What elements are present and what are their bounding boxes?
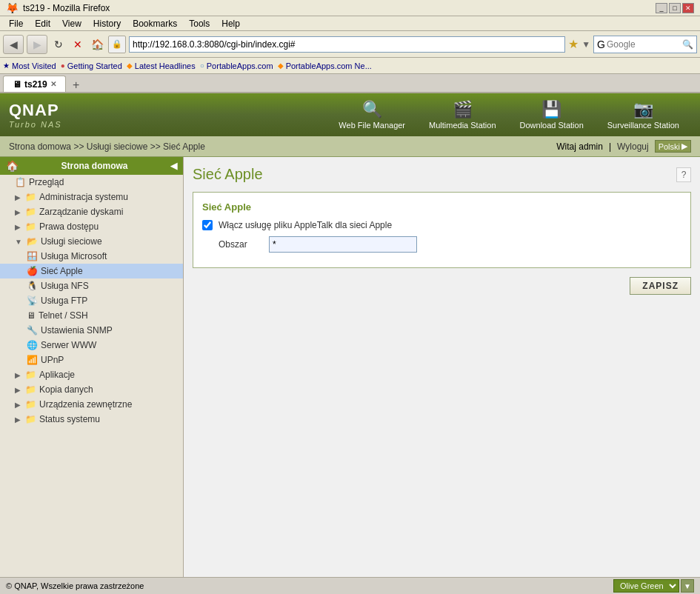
sidebar-item-apple[interactable]: 🍎 Sieć Apple (0, 264, 183, 278)
qnap-logo: QNAP Turbo NAS (9, 101, 62, 129)
sidebar-item-microsoft[interactable]: 🪟 Usługa Microsoft (0, 249, 183, 264)
header-nav: 🔍 Web File Manager 🎬 Multimedia Station … (327, 96, 691, 134)
folder-uslugi-icon: 📂 (27, 236, 38, 247)
star-bookmark-icon: ★ (3, 61, 10, 70)
sidebar-item-dyski[interactable]: ▶ 📁 Zarządzanie dyskami (0, 204, 183, 219)
language-selector[interactable]: Polski ▶ (655, 140, 691, 153)
snmp-icon: 🔧 (27, 325, 38, 336)
app-header: QNAP Turbo NAS 🔍 Web File Manager 🎬 Mult… (0, 93, 700, 136)
menu-view[interactable]: View (56, 17, 87, 30)
menu-file[interactable]: File (3, 17, 29, 30)
triangle-uslugi: ▼ (15, 238, 22, 246)
search-icon[interactable]: 🔍 (682, 39, 693, 50)
stop-button[interactable]: ✕ (70, 36, 86, 53)
sidebar-collapse-icon[interactable]: ◀ (170, 161, 177, 171)
page-title: Sieć Apple ? (193, 166, 691, 183)
bookmark-portableapps-ne[interactable]: ◆ PortableApps.com Ne... (278, 61, 372, 70)
sidebar-item-kopia[interactable]: ▶ 📁 Kopia danych (0, 382, 183, 397)
logout-link[interactable]: Wyloguj (617, 141, 649, 152)
main-layout: 🏠 Strona domowa ◀ 📋 Przegląd ▶ 📁 Adminis… (0, 157, 700, 577)
triangle-kopia: ▶ (15, 386, 21, 394)
bookmark-most-visited[interactable]: ★ Most Visited (3, 61, 56, 70)
sidebar-item-urzadzenia[interactable]: ▶ 📁 Urządzenia zewnętrzne (0, 397, 183, 412)
refresh-button[interactable]: ↻ (50, 36, 67, 53)
sidebar-item-telnet[interactable]: 🖥 Telnet / SSH (0, 308, 183, 323)
sidebar-header: 🏠 Strona domowa ◀ (0, 157, 183, 175)
browser-toolbar: ◀ ▶ ↻ ✕ 🏠 🔒 ★ ▼ G 🔍 (0, 31, 700, 58)
search-container: G 🔍 (593, 36, 697, 53)
obszar-row: Obszar (202, 236, 681, 253)
headlines-icon: ◆ (127, 61, 133, 70)
dropdown-icon[interactable]: ▼ (581, 39, 590, 50)
triangle-dyski: ▶ (15, 208, 21, 216)
firefox-icon: 🦊 (6, 2, 19, 14)
sidebar-item-prawa[interactable]: ▶ 📁 Prawa dostępu (0, 219, 183, 234)
star-icon[interactable]: ★ (568, 37, 579, 51)
menu-bookmarks[interactable]: Bookmarks (127, 17, 183, 30)
triangle-urzadzenia: ▶ (15, 401, 21, 409)
nav-download-station[interactable]: 💾 Download Station (508, 96, 596, 134)
qnap-subtitle: Turbo NAS (9, 120, 62, 129)
sidebar-item-aplikacje[interactable]: ▶ 📁 Aplikacje (0, 367, 183, 382)
folder-status-icon: 📁 (25, 414, 36, 424)
breadcrumb-bar: Strona domowa >> Usługi sieciowe >> Sieć… (0, 136, 700, 157)
apple-icon: 🍎 (27, 266, 38, 276)
close-button[interactable]: ✕ (682, 3, 694, 13)
bookmark-getting-started[interactable]: ● Getting Started (61, 61, 122, 70)
menu-edit[interactable]: Edit (29, 17, 56, 30)
forward-button[interactable]: ▶ (27, 35, 47, 54)
search-input[interactable] (607, 39, 681, 50)
nav-web-file-manager[interactable]: 🔍 Web File Manager (327, 96, 417, 134)
tab-close-button[interactable]: ✕ (50, 80, 56, 88)
sidebar-item-upnp[interactable]: 📶 UPnP (0, 353, 183, 367)
triangle-status: ▶ (15, 416, 21, 424)
back-button[interactable]: ◀ (3, 35, 24, 54)
menu-tools[interactable]: Tools (183, 17, 216, 30)
theme-dropdown-arrow[interactable]: ▼ (681, 579, 694, 593)
sidebar-item-przeglad[interactable]: 📋 Przegląd (0, 175, 183, 190)
bookmark-portableapps[interactable]: ○ PortableApps.com (200, 61, 273, 70)
content-area: Sieć Apple ? Sieć Apple Włącz usługę pli… (184, 157, 700, 577)
browser-title: ts219 - Mozilla Firefox (23, 3, 110, 13)
minimize-button[interactable]: _ (656, 3, 667, 13)
address-bar-container: 🔒 ★ ▼ (108, 36, 590, 53)
qnap-brand: QNAP (9, 101, 62, 120)
ftp-icon: 📡 (27, 296, 38, 306)
home-button[interactable]: 🏠 (89, 36, 105, 53)
new-tab-button[interactable]: + (69, 79, 84, 92)
triangle-administracja: ▶ (15, 193, 21, 201)
appletalk-label: Włącz usługę pliku AppleTalk dla sieci A… (219, 220, 392, 230)
sidebar-item-administracja[interactable]: ▶ 📁 Administracja systemu (0, 190, 183, 204)
obszar-input[interactable] (269, 236, 417, 253)
browser-titlebar: 🦊 ts219 - Mozilla Firefox _ □ ✕ (0, 0, 700, 16)
menu-history[interactable]: History (87, 17, 127, 30)
nav-multimedia-station[interactable]: 🎬 Multimedia Station (417, 96, 508, 134)
sidebar-item-ftp[interactable]: 📡 Usługa FTP (0, 293, 183, 308)
address-input[interactable] (129, 36, 565, 53)
browser-tabs: 🖥 ts219 ✕ + (0, 74, 700, 93)
help-icon[interactable]: ? (676, 167, 691, 182)
download-station-icon: 💾 (541, 100, 561, 119)
folder-aplikacje-icon: 📁 (25, 370, 36, 380)
bookmark-latest-headlines[interactable]: ◆ Latest Headlines (127, 61, 196, 70)
sidebar-item-status[interactable]: ▶ 📁 Status systemu (0, 412, 183, 427)
upnp-icon: 📶 (27, 355, 38, 365)
surveillance-station-icon: 📷 (633, 100, 653, 119)
theme-selector[interactable]: Olive Green (613, 579, 679, 593)
sidebar-item-uslugi[interactable]: ▼ 📂 Usługi sieciowe (0, 234, 183, 249)
bookmarks-bar: ★ Most Visited ● Getting Started ◆ Lates… (0, 58, 700, 74)
folder-administracja-icon: 📁 (25, 192, 36, 202)
nav-surveillance-station[interactable]: 📷 Surveillance Station (596, 96, 691, 134)
apple-network-section: Sieć Apple Włącz usługę pliku AppleTalk … (193, 192, 691, 268)
appletalk-checkbox[interactable] (202, 220, 213, 230)
menu-help[interactable]: Help (216, 17, 246, 30)
sidebar-item-nfs[interactable]: 🐧 Usługa NFS (0, 278, 183, 293)
maximize-button[interactable]: □ (669, 3, 681, 13)
telnet-icon: 🖥 (27, 310, 36, 321)
tab-ts219[interactable]: 🖥 ts219 ✕ (3, 76, 66, 92)
save-button[interactable]: ZAPISZ (630, 277, 691, 295)
sidebar-item-snmp[interactable]: 🔧 Ustawienia SNMP (0, 323, 183, 338)
www-icon: 🌐 (27, 340, 38, 350)
lang-dropdown-icon: ▶ (681, 141, 687, 151)
sidebar-item-www[interactable]: 🌐 Serwer WWW (0, 338, 183, 353)
